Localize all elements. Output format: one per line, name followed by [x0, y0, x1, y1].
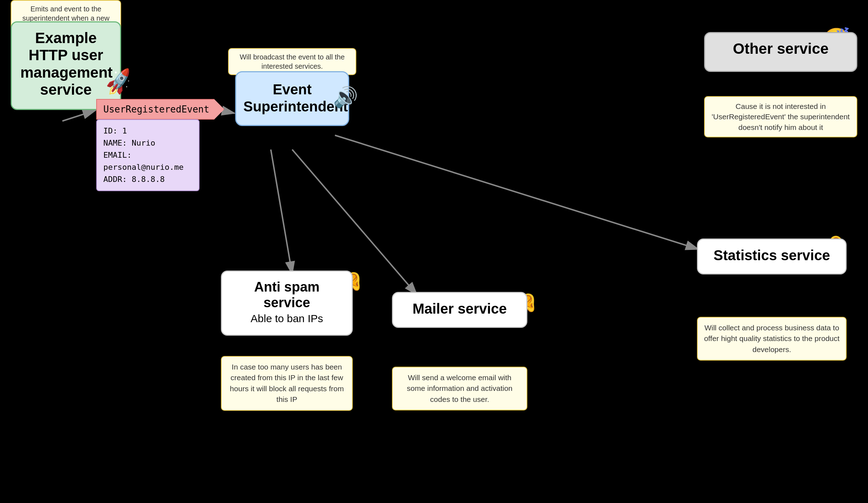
svg-line-1: [62, 110, 95, 121]
event-label-container: UserRegisteredEvent: [96, 99, 224, 120]
rocket-icon: 🚀: [103, 67, 134, 97]
svg-line-5: [335, 135, 698, 249]
other-service-box: Other service: [704, 32, 857, 72]
mailer-note: Will send a welcome email with some info…: [392, 367, 527, 410]
antispam-note: In case too many users has been created …: [221, 356, 353, 411]
mailer-service-box: Mailer service: [392, 292, 527, 328]
antispam-service-title: Anti spam service: [230, 279, 344, 310]
event-label: UserRegisteredEvent: [96, 99, 224, 120]
mailer-service-title: Mailer service: [401, 301, 518, 317]
other-service-note: Cause it is not interested in 'UserRegis…: [704, 96, 857, 137]
stats-note-text: Will collect and process business data t…: [704, 324, 839, 353]
stats-note: Will collect and process business data t…: [697, 317, 847, 361]
mailer-note-text: Will send a welcome email with some info…: [407, 373, 513, 403]
svg-line-3: [271, 150, 292, 274]
other-service-title: Other service: [714, 40, 848, 57]
event-name: NAME: Nurio: [103, 137, 192, 149]
superintendent-tooltip-text: Will broadcast the event to all the inte…: [240, 53, 345, 70]
superintendent-title: Event Superintendent: [243, 81, 341, 115]
http-service-title: Example HTTP user management service: [20, 30, 112, 98]
event-addr: ADDR: 8.8.8.8: [103, 173, 192, 185]
superintendent-box: Event Superintendent: [235, 71, 349, 126]
antispam-note-text: In case too many users has been created …: [230, 363, 344, 403]
other-service-note-text: Cause it is not interested in 'UserRegis…: [712, 102, 849, 131]
stats-service-box: Statistics service: [697, 239, 847, 274]
http-service-box: Example HTTP user management service: [11, 21, 121, 110]
speaker-icon: 🔊: [333, 85, 358, 109]
event-email: EMAIL: personal@nurio.me: [103, 149, 192, 173]
event-id: ID: 1: [103, 125, 192, 137]
stats-service-title: Statistics service: [706, 247, 838, 263]
antispam-service-box: Anti spam service Able to ban IPs: [221, 271, 353, 336]
event-data-box: ID: 1 NAME: Nurio EMAIL: personal@nurio.…: [96, 119, 200, 191]
antispam-service-subtitle: Able to ban IPs: [230, 313, 344, 325]
